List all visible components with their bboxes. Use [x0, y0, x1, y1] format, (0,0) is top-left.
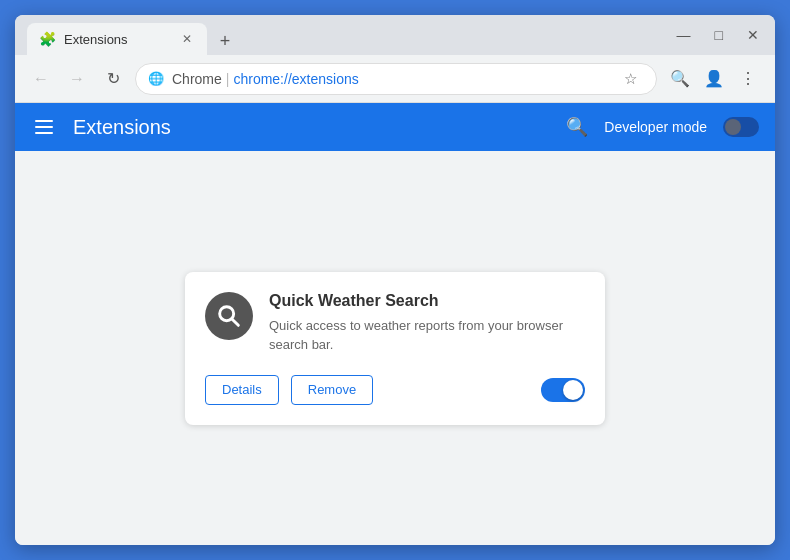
reload-button[interactable]: ↻ — [99, 65, 127, 93]
hamburger-line-2 — [35, 126, 53, 128]
developer-mode-toggle[interactable] — [723, 117, 759, 137]
address-text: Chrome | chrome://extensions — [172, 71, 359, 87]
window-controls: — □ ✕ — [673, 25, 763, 45]
extension-description: Quick access to weather reports from you… — [269, 316, 585, 355]
address-domain: Chrome — [172, 71, 222, 87]
forward-button[interactable]: → — [63, 65, 91, 93]
back-icon: ← — [33, 70, 49, 88]
back-button[interactable]: ← — [27, 65, 55, 93]
tab-close-button[interactable]: ✕ — [179, 31, 195, 47]
svg-line-1 — [232, 318, 238, 324]
search-icon: 🔍 — [670, 69, 690, 88]
menu-icon: ⋮ — [740, 69, 756, 88]
profile-button[interactable]: 👤 — [699, 64, 729, 94]
extension-toggle-knob — [563, 380, 583, 400]
developer-mode-label: Developer mode — [604, 119, 707, 135]
close-button[interactable]: ✕ — [743, 25, 763, 45]
address-actions: ☆ — [616, 65, 644, 93]
extension-card-bottom: Details Remove — [205, 375, 585, 405]
new-tab-button[interactable]: + — [211, 27, 239, 55]
address-path: chrome://extensions — [233, 71, 358, 87]
profile-icon: 👤 — [704, 69, 724, 88]
address-separator: | — [226, 71, 230, 87]
toolbar-right: 🔍 👤 ⋮ — [665, 64, 763, 94]
toggle-knob — [725, 119, 741, 135]
extension-info: Quick Weather Search Quick access to wea… — [269, 292, 585, 355]
extensions-content: 🔍 RISK.COM Quick Weather Search Quick ac… — [15, 151, 775, 545]
extension-card: Quick Weather Search Quick access to wea… — [185, 272, 605, 425]
hamburger-line-3 — [35, 132, 53, 134]
maximize-button[interactable]: □ — [711, 25, 727, 45]
hamburger-menu[interactable] — [31, 116, 57, 138]
page-title: Extensions — [73, 116, 171, 139]
header-right: 🔍 Developer mode — [566, 116, 759, 138]
forward-icon: → — [69, 70, 85, 88]
extension-logo — [205, 292, 253, 340]
site-security-icon: 🌐 — [148, 71, 164, 86]
extension-enable-toggle[interactable] — [541, 378, 585, 402]
header-search-icon[interactable]: 🔍 — [566, 116, 588, 138]
reload-icon: ↻ — [107, 69, 120, 88]
minimize-button[interactable]: — — [673, 25, 695, 45]
extension-logo-icon — [215, 302, 243, 330]
active-tab[interactable]: 🧩 Extensions ✕ — [27, 23, 207, 55]
hamburger-line-1 — [35, 120, 53, 122]
menu-button[interactable]: ⋮ — [733, 64, 763, 94]
address-bar[interactable]: 🌐 Chrome | chrome://extensions ☆ — [135, 63, 657, 95]
extensions-header: Extensions 🔍 Developer mode — [15, 103, 775, 151]
extension-name: Quick Weather Search — [269, 292, 585, 310]
bookmark-icon: ☆ — [624, 70, 637, 88]
tab-area: 🧩 Extensions ✕ + — [27, 15, 665, 55]
address-bar-row: ← → ↻ 🌐 Chrome | chrome://extensions ☆ 🔍 — [15, 55, 775, 103]
browser-window: 🧩 Extensions ✕ + — □ ✕ ← → ↻ 🌐 Chrome | — [15, 15, 775, 545]
search-button[interactable]: 🔍 — [665, 64, 695, 94]
title-bar: 🧩 Extensions ✕ + — □ ✕ — [15, 15, 775, 55]
remove-button[interactable]: Remove — [291, 375, 373, 405]
extension-card-top: Quick Weather Search Quick access to wea… — [205, 292, 585, 355]
tab-title: Extensions — [64, 32, 128, 47]
bookmark-button[interactable]: ☆ — [616, 65, 644, 93]
details-button[interactable]: Details — [205, 375, 279, 405]
tab-icon: 🧩 — [39, 31, 56, 47]
